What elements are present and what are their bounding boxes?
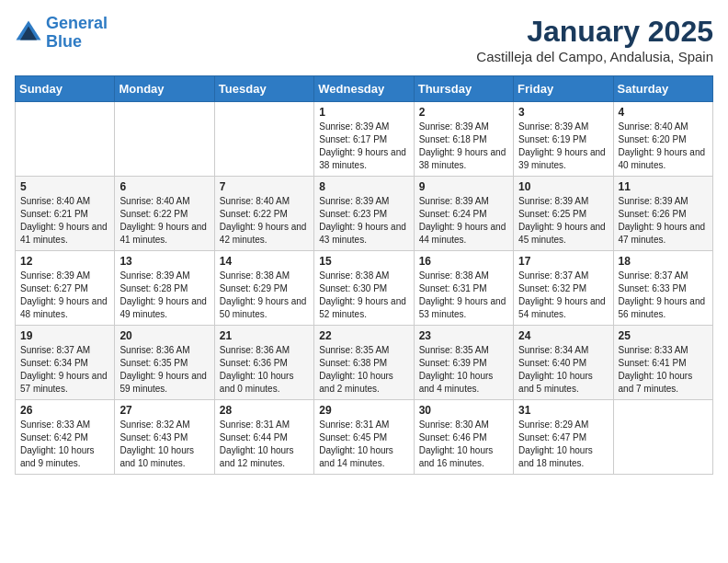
calendar-week-row: 1Sunrise: 8:39 AM Sunset: 6:17 PM Daylig… (16, 102, 713, 177)
day-info: Sunrise: 8:31 AM Sunset: 6:45 PM Dayligh… (319, 419, 408, 470)
day-number: 4 (619, 106, 708, 119)
day-number: 11 (619, 180, 708, 193)
calendar-cell: 26Sunrise: 8:33 AM Sunset: 6:42 PM Dayli… (16, 400, 115, 475)
month-year: January 2025 (476, 15, 713, 49)
day-number: 21 (220, 329, 309, 342)
page-header: General Blue January 2025 Castilleja del… (15, 15, 713, 64)
weekday-header: Thursday (414, 76, 513, 102)
day-number: 27 (119, 404, 209, 417)
logo-icon (15, 19, 42, 47)
calendar-cell: 20Sunrise: 8:36 AM Sunset: 6:35 PM Dayli… (115, 326, 214, 400)
calendar-cell: 3Sunrise: 8:39 AM Sunset: 6:19 PM Daylig… (514, 102, 613, 177)
day-info: Sunrise: 8:36 AM Sunset: 6:35 PM Dayligh… (119, 344, 209, 396)
day-info: Sunrise: 8:39 AM Sunset: 6:28 PM Dayligh… (119, 270, 209, 321)
day-number: 15 (319, 255, 408, 268)
calendar-cell: 19Sunrise: 8:37 AM Sunset: 6:34 PM Dayli… (16, 326, 115, 400)
day-info: Sunrise: 8:40 AM Sunset: 6:21 PM Dayligh… (20, 195, 109, 247)
day-number: 30 (419, 404, 508, 417)
calendar-cell (16, 102, 115, 177)
day-info: Sunrise: 8:37 AM Sunset: 6:34 PM Dayligh… (20, 344, 109, 396)
calendar-header-row: SundayMondayTuesdayWednesdayThursdayFrid… (16, 76, 713, 102)
weekday-header: Tuesday (214, 76, 313, 102)
day-info: Sunrise: 8:39 AM Sunset: 6:18 PM Dayligh… (419, 121, 508, 172)
day-number: 16 (419, 255, 508, 268)
day-info: Sunrise: 8:39 AM Sunset: 6:24 PM Dayligh… (419, 195, 508, 247)
day-info: Sunrise: 8:40 AM Sunset: 6:20 PM Dayligh… (619, 121, 708, 172)
logo-text: General Blue (46, 15, 108, 52)
calendar-cell: 25Sunrise: 8:33 AM Sunset: 6:41 PM Dayli… (613, 326, 712, 400)
day-info: Sunrise: 8:35 AM Sunset: 6:39 PM Dayligh… (419, 344, 508, 396)
calendar: SundayMondayTuesdayWednesdayThursdayFrid… (15, 75, 713, 475)
day-number: 2 (419, 106, 508, 119)
day-number: 3 (518, 106, 608, 119)
calendar-week-row: 12Sunrise: 8:39 AM Sunset: 6:27 PM Dayli… (16, 251, 713, 326)
day-number: 19 (20, 329, 109, 342)
calendar-cell: 21Sunrise: 8:36 AM Sunset: 6:36 PM Dayli… (214, 326, 313, 400)
calendar-cell: 12Sunrise: 8:39 AM Sunset: 6:27 PM Dayli… (16, 251, 115, 326)
day-info: Sunrise: 8:37 AM Sunset: 6:32 PM Dayligh… (518, 270, 608, 321)
calendar-cell: 13Sunrise: 8:39 AM Sunset: 6:28 PM Dayli… (115, 251, 214, 326)
day-number: 25 (619, 329, 708, 342)
day-info: Sunrise: 8:33 AM Sunset: 6:42 PM Dayligh… (20, 419, 109, 470)
day-number: 22 (319, 329, 408, 342)
day-number: 9 (419, 180, 508, 193)
day-number: 5 (20, 180, 109, 193)
calendar-cell: 4Sunrise: 8:40 AM Sunset: 6:20 PM Daylig… (613, 102, 712, 177)
day-info: Sunrise: 8:39 AM Sunset: 6:23 PM Dayligh… (319, 195, 408, 247)
day-info: Sunrise: 8:29 AM Sunset: 6:47 PM Dayligh… (518, 419, 608, 470)
calendar-cell: 7Sunrise: 8:40 AM Sunset: 6:22 PM Daylig… (214, 177, 313, 251)
day-info: Sunrise: 8:37 AM Sunset: 6:33 PM Dayligh… (619, 270, 708, 321)
day-info: Sunrise: 8:39 AM Sunset: 6:26 PM Dayligh… (619, 195, 708, 247)
day-number: 1 (319, 106, 408, 119)
calendar-week-row: 26Sunrise: 8:33 AM Sunset: 6:42 PM Dayli… (16, 400, 713, 475)
calendar-cell: 10Sunrise: 8:39 AM Sunset: 6:25 PM Dayli… (514, 177, 613, 251)
weekday-header: Sunday (16, 76, 115, 102)
calendar-cell: 29Sunrise: 8:31 AM Sunset: 6:45 PM Dayli… (314, 400, 414, 475)
calendar-cell: 1Sunrise: 8:39 AM Sunset: 6:17 PM Daylig… (314, 102, 414, 177)
day-info: Sunrise: 8:39 AM Sunset: 6:25 PM Dayligh… (518, 195, 608, 247)
day-number: 13 (119, 255, 209, 268)
day-info: Sunrise: 8:38 AM Sunset: 6:31 PM Dayligh… (419, 270, 508, 321)
day-info: Sunrise: 8:36 AM Sunset: 6:36 PM Dayligh… (220, 344, 309, 396)
calendar-cell: 5Sunrise: 8:40 AM Sunset: 6:21 PM Daylig… (16, 177, 115, 251)
calendar-cell (214, 102, 313, 177)
day-info: Sunrise: 8:30 AM Sunset: 6:46 PM Dayligh… (419, 419, 508, 470)
calendar-cell: 6Sunrise: 8:40 AM Sunset: 6:22 PM Daylig… (115, 177, 214, 251)
title-block: January 2025 Castilleja del Campo, Andal… (476, 15, 713, 64)
logo: General Blue (15, 15, 108, 52)
day-number: 31 (518, 404, 608, 417)
calendar-cell: 9Sunrise: 8:39 AM Sunset: 6:24 PM Daylig… (414, 177, 513, 251)
day-info: Sunrise: 8:40 AM Sunset: 6:22 PM Dayligh… (220, 195, 309, 247)
weekday-header: Saturday (613, 76, 712, 102)
calendar-cell: 17Sunrise: 8:37 AM Sunset: 6:32 PM Dayli… (514, 251, 613, 326)
day-number: 26 (20, 404, 109, 417)
calendar-cell: 30Sunrise: 8:30 AM Sunset: 6:46 PM Dayli… (414, 400, 513, 475)
day-info: Sunrise: 8:32 AM Sunset: 6:43 PM Dayligh… (119, 419, 209, 470)
calendar-cell: 22Sunrise: 8:35 AM Sunset: 6:38 PM Dayli… (314, 326, 414, 400)
day-info: Sunrise: 8:31 AM Sunset: 6:44 PM Dayligh… (220, 419, 309, 470)
day-info: Sunrise: 8:40 AM Sunset: 6:22 PM Dayligh… (119, 195, 209, 247)
day-number: 18 (619, 255, 708, 268)
day-number: 12 (20, 255, 109, 268)
calendar-cell: 28Sunrise: 8:31 AM Sunset: 6:44 PM Dayli… (214, 400, 313, 475)
day-info: Sunrise: 8:39 AM Sunset: 6:17 PM Dayligh… (319, 121, 408, 172)
day-number: 7 (220, 180, 309, 193)
weekday-header: Friday (514, 76, 613, 102)
calendar-cell: 31Sunrise: 8:29 AM Sunset: 6:47 PM Dayli… (514, 400, 613, 475)
calendar-cell: 18Sunrise: 8:37 AM Sunset: 6:33 PM Dayli… (613, 251, 712, 326)
day-number: 17 (518, 255, 608, 268)
day-number: 10 (518, 180, 608, 193)
day-number: 29 (319, 404, 408, 417)
day-number: 20 (119, 329, 209, 342)
calendar-cell: 2Sunrise: 8:39 AM Sunset: 6:18 PM Daylig… (414, 102, 513, 177)
day-info: Sunrise: 8:34 AM Sunset: 6:40 PM Dayligh… (518, 344, 608, 396)
day-info: Sunrise: 8:38 AM Sunset: 6:29 PM Dayligh… (220, 270, 309, 321)
calendar-cell: 8Sunrise: 8:39 AM Sunset: 6:23 PM Daylig… (314, 177, 414, 251)
day-number: 28 (220, 404, 309, 417)
day-number: 6 (119, 180, 209, 193)
day-info: Sunrise: 8:33 AM Sunset: 6:41 PM Dayligh… (619, 344, 708, 396)
weekday-header: Monday (115, 76, 214, 102)
day-number: 24 (518, 329, 608, 342)
day-info: Sunrise: 8:35 AM Sunset: 6:38 PM Dayligh… (319, 344, 408, 396)
calendar-week-row: 19Sunrise: 8:37 AM Sunset: 6:34 PM Dayli… (16, 326, 713, 400)
